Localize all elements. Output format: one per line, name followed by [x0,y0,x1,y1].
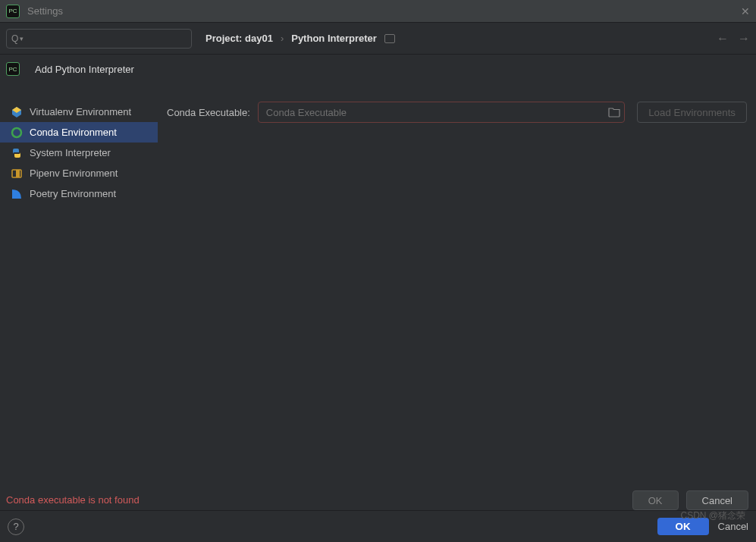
copy-icon[interactable] [384,34,395,43]
conda-exec-input[interactable] [258,102,625,123]
cancel-button[interactable]: Cancel [718,521,748,532]
modal-footer: OK Cancel [632,490,748,510]
conda-icon [11,127,23,139]
modal-content: Conda Executable: Load Environments [158,80,756,504]
sidebar-item-poetry[interactable]: Poetry Environment [0,183,158,204]
app-icon: PC [6,5,20,18]
svg-rect-2 [16,170,20,177]
sidebar-item-conda[interactable]: Conda Environment [0,122,158,143]
app-icon: PC [6,62,20,76]
virtualenv-icon [11,106,23,118]
bottom-bar: ? OK Cancel [0,510,756,542]
interpreter-type-sidebar: Virtualenv Environment Conda Environment… [0,80,158,504]
browse-folder-icon[interactable] [608,107,620,117]
add-interpreter-modal: PC Add Python Interpreter Virtualenv Env… [0,58,756,542]
search-icon: Q [11,33,18,44]
sidebar-item-label: Poetry Environment [30,188,116,199]
sidebar-item-label: Virtualenv Environment [30,106,131,117]
sidebar-item-label: System Interpreter [30,147,111,158]
conda-exec-row: Conda Executable: Load Environments [167,102,747,123]
sidebar-item-label: Pipenv Environment [30,168,118,179]
modal-header: PC Add Python Interpreter [0,58,756,80]
search-input[interactable]: Q ▾ [6,29,192,49]
breadcrumb: Project: day01 › Python Interpreter [205,33,395,44]
pipenv-icon [11,168,23,180]
modal-ok-button[interactable]: OK [632,490,679,510]
window-title: Settings [27,5,63,17]
sidebar-item-label: Conda Environment [30,127,117,138]
forward-icon[interactable]: → [738,32,750,45]
modal-cancel-button[interactable]: Cancel [686,490,748,510]
nav-arrows: ← → [717,32,750,45]
ok-button[interactable]: OK [657,518,709,535]
breadcrumb-sep: › [281,33,284,44]
close-icon[interactable]: ✕ [741,5,750,17]
svg-point-0 [12,128,21,137]
subheader: Q ▾ Project: day01 › Python Interpreter … [0,23,756,55]
dropdown-icon: ▾ [20,35,24,42]
help-icon[interactable]: ? [8,519,24,535]
back-icon[interactable]: ← [717,32,729,45]
load-environments-button[interactable]: Load Environments [637,102,747,123]
conda-exec-input-wrap [258,102,625,123]
titlebar: PC Settings ✕ [0,0,756,23]
error-message: Conda executable is not found [6,494,140,506]
breadcrumb-project[interactable]: Project: day01 [205,33,273,44]
sidebar-item-system[interactable]: System Interpreter [0,143,158,163]
conda-exec-label: Conda Executable: [167,107,250,118]
breadcrumb-page[interactable]: Python Interpreter [291,33,377,44]
poetry-icon [11,188,23,200]
sidebar-item-virtualenv[interactable]: Virtualenv Environment [0,102,158,122]
modal-title: Add Python Interpreter [35,64,134,75]
python-icon [11,147,23,159]
sidebar-item-pipenv[interactable]: Pipenv Environment [0,163,158,183]
